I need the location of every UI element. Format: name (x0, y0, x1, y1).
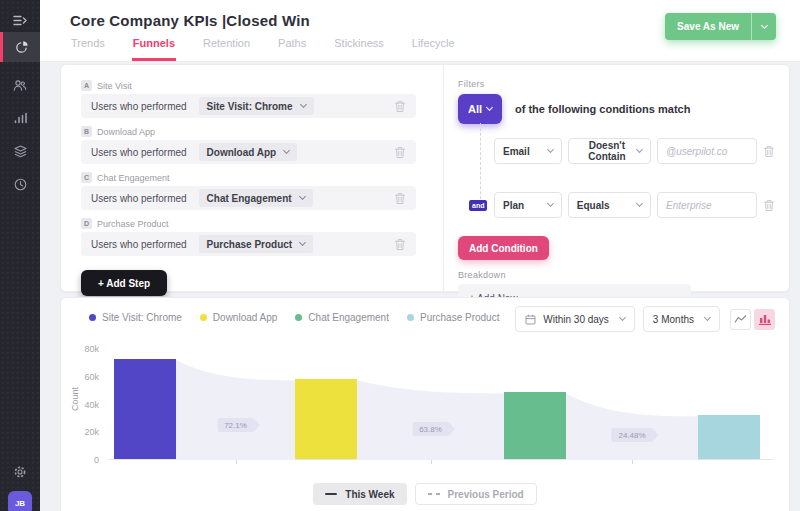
legend-dot (407, 314, 414, 321)
conversion-rate-badge: 24.48% (611, 428, 652, 442)
event-label: Download App (207, 147, 277, 158)
match-row: All of the following conditions match (458, 94, 775, 124)
step-letter-badge: B (81, 126, 92, 137)
sidebar-item-reports[interactable] (0, 104, 40, 132)
condition-operator-label: Doesn't Contain (577, 140, 637, 162)
legend-dot (89, 314, 96, 321)
delete-step-button[interactable] (394, 192, 406, 205)
legend-item[interactable]: Chat Engagement (295, 312, 389, 323)
sidebar-item-analytics[interactable] (0, 32, 40, 62)
condition-field-dropdown[interactable]: Plan (494, 192, 562, 218)
chevron-down-icon (636, 200, 643, 207)
chevron-down-icon (636, 146, 643, 153)
y-tick-label: 20k (73, 427, 99, 437)
legend-item[interactable]: Download App (200, 312, 278, 323)
tab-funnels[interactable]: Funnels (132, 37, 176, 61)
condition-row: and Plan Equals (494, 192, 775, 218)
chart-type-toggle (730, 309, 775, 330)
funnel-builder-card: ASite VisitUsers who performedSite Visit… (60, 64, 790, 292)
date-range-label: Within 30 days (543, 314, 609, 325)
legend-label: Chat Engagement (308, 312, 389, 323)
condition-value-input[interactable] (657, 192, 757, 218)
previous-period-label: Previous Period (448, 489, 524, 500)
y-tick-label: 40k (73, 400, 99, 410)
chevron-down-icon (486, 104, 493, 111)
granularity-dropdown[interactable]: 3 Months (643, 306, 720, 332)
save-as-new-button[interactable]: Save As New (665, 13, 776, 40)
save-as-new-label: Save As New (665, 21, 751, 32)
y-tick-label: 60k (73, 372, 99, 382)
condition-operator-dropdown[interactable]: Equals (568, 192, 651, 218)
filters-panel: Filters All of the following conditions … (443, 65, 789, 291)
condition-value-input[interactable] (657, 138, 757, 164)
condition-operator-dropdown[interactable]: Doesn't Contain (568, 138, 651, 164)
header: Core Company KPIs |Closed Win Save As Ne… (40, 0, 800, 62)
chevron-down-icon (619, 314, 626, 321)
chevron-down-icon (299, 239, 306, 246)
funnel-step: DPurchase ProductUsers who performedPurc… (81, 218, 443, 256)
match-text: of the following conditions match (515, 103, 690, 115)
event-dropdown[interactable]: Download App (199, 143, 298, 161)
previous-period-toggle[interactable]: Previous Period (415, 483, 537, 505)
step-name: Purchase Product (97, 219, 169, 229)
event-dropdown[interactable]: Purchase Product (199, 235, 314, 253)
tab-stickiness[interactable]: Stickiness (333, 37, 385, 61)
trash-icon (394, 146, 406, 159)
chevron-down-icon (547, 200, 554, 207)
event-label: Chat Engagement (207, 193, 292, 204)
filters-title: Filters (458, 79, 775, 89)
step-row: Users who performedChat Engagement (81, 186, 416, 210)
bar-chart-icon (759, 314, 771, 325)
event-dropdown[interactable]: Chat Engagement (199, 189, 313, 207)
sidebar-item-users[interactable] (0, 71, 40, 99)
event-label: Purchase Product (207, 239, 293, 250)
legend-item[interactable]: Site Visit: Chrome (89, 312, 182, 323)
avatar[interactable]: JB (8, 491, 32, 511)
main-content: ASite VisitUsers who performedSite Visit… (40, 62, 800, 511)
delete-condition-button[interactable] (763, 145, 775, 158)
date-range-dropdown[interactable]: Within 30 days (515, 306, 635, 332)
tab-retention[interactable]: Retention (202, 37, 251, 61)
trash-icon (394, 192, 406, 205)
line-chart-toggle-button[interactable] (730, 309, 751, 330)
this-week-toggle[interactable]: This Week (313, 483, 406, 505)
event-dropdown[interactable]: Site Visit: Chrome (199, 97, 314, 115)
save-dropdown-caret[interactable] (751, 13, 776, 40)
delete-step-button[interactable] (394, 238, 406, 251)
app-root: JB Core Company KPIs |Closed Win Save As… (0, 0, 800, 511)
add-condition-button[interactable]: Add Condition (458, 236, 549, 260)
tab-lifecycle[interactable]: Lifecycle (411, 37, 456, 61)
funnel-step: CChat EngagementUsers who performedChat … (81, 172, 443, 210)
chevron-down-icon (299, 193, 306, 200)
tab-trends[interactable]: Trends (70, 37, 106, 61)
menu-expand-icon[interactable] (0, 6, 40, 34)
line-chart-icon (734, 314, 747, 324)
match-operator-dropdown[interactable]: All (458, 94, 502, 124)
delete-step-button[interactable] (394, 100, 406, 113)
legend-label: Download App (213, 312, 278, 323)
funnel-bar (698, 415, 760, 459)
add-step-button[interactable]: + Add Step (81, 270, 167, 296)
step-prefix: Users who performed (91, 239, 187, 250)
settings-gear-icon[interactable] (0, 458, 40, 486)
condition-field-dropdown[interactable]: Email (494, 138, 562, 164)
step-row: Users who performedDownload App (81, 140, 416, 164)
calendar-icon (525, 314, 536, 325)
delete-condition-button[interactable] (763, 199, 775, 212)
step-name: Site Visit (97, 81, 132, 91)
chevron-down-icon (760, 21, 767, 28)
tab-paths[interactable]: Paths (277, 37, 307, 61)
funnel-step: BDownload AppUsers who performedDownload… (81, 126, 443, 164)
legend-label: Site Visit: Chrome (102, 312, 182, 323)
legend-item[interactable]: Purchase Product (407, 312, 500, 323)
condition-operator-label: Equals (577, 200, 610, 211)
y-tick-label: 0 (73, 455, 99, 465)
sidebar-item-time[interactable] (0, 170, 40, 198)
step-label: CChat Engagement (81, 172, 443, 183)
sidebar-item-layers[interactable] (0, 137, 40, 165)
bar-chart-toggle-button[interactable] (754, 309, 775, 330)
delete-step-button[interactable] (394, 146, 406, 159)
step-prefix: Users who performed (91, 101, 187, 112)
funnel-plot: 72.1%63.8%24.48% (109, 346, 773, 460)
step-label: BDownload App (81, 126, 443, 137)
